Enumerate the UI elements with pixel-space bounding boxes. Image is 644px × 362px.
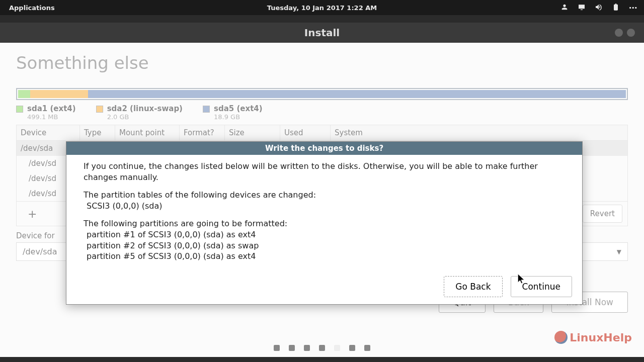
minimize-button[interactable] bbox=[615, 29, 623, 37]
confirm-write-dialog: Write the changes to disks? If you conti… bbox=[66, 141, 583, 305]
dialog-intro: If you continue, the changes listed belo… bbox=[84, 161, 565, 183]
watermark: LinuxHelp bbox=[554, 331, 632, 344]
wizard-step-indicator bbox=[274, 345, 370, 351]
step-dot bbox=[289, 345, 295, 351]
tables-changed-section: The partition tables of the following de… bbox=[84, 190, 565, 211]
step-dot bbox=[274, 345, 280, 351]
step-dot bbox=[304, 345, 310, 351]
system-topbar: Applications Tuesday, 10 Jan 2017 1:22 A… bbox=[0, 0, 644, 15]
linuxhelp-logo-icon bbox=[554, 331, 568, 344]
display-icon[interactable] bbox=[578, 3, 586, 13]
dialog-title: Write the changes to disks? bbox=[66, 142, 582, 155]
go-back-button[interactable]: Go Back bbox=[444, 276, 502, 297]
window-title: Install bbox=[304, 27, 340, 39]
more-icon[interactable]: ⋯ bbox=[629, 3, 638, 13]
user-icon[interactable] bbox=[560, 3, 569, 13]
formatted-section: The following partitions are going to be… bbox=[84, 218, 565, 261]
dialog-body: If you continue, the changes listed belo… bbox=[66, 155, 582, 276]
window-titlebar: Install bbox=[0, 23, 644, 43]
step-dot bbox=[349, 345, 355, 351]
clock: Tuesday, 10 Jan 2017 1:22 AM bbox=[0, 4, 644, 12]
close-button[interactable] bbox=[627, 29, 635, 37]
continue-button[interactable]: Continue bbox=[511, 276, 572, 297]
step-dot bbox=[364, 345, 370, 351]
battery-icon[interactable] bbox=[612, 3, 620, 13]
volume-icon[interactable] bbox=[595, 3, 603, 13]
step-dot bbox=[319, 345, 325, 351]
applications-menu[interactable]: Applications bbox=[9, 4, 55, 12]
step-dot bbox=[334, 345, 340, 351]
